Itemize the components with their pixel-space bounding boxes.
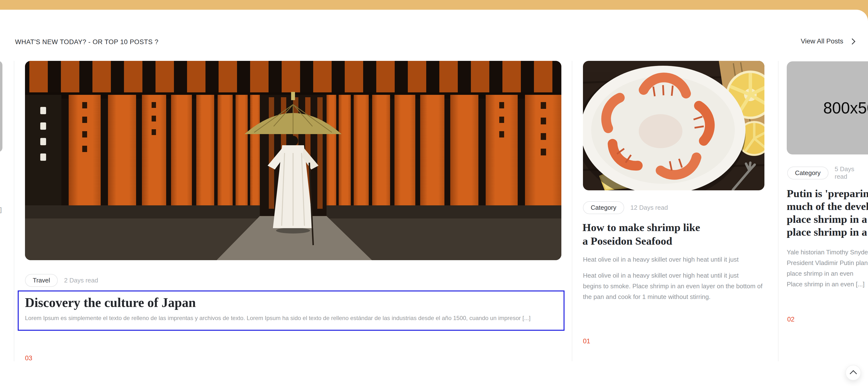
slide-number: 02 [787,316,795,323]
prev-card-image-edge[interactable] [0,61,2,152]
view-all-posts-link[interactable]: View All Posts [801,37,855,45]
focus-outline: Discovery the culture of Japan Lorem Ips… [18,290,564,331]
post-title[interactable]: Putin is 'preparing much of the devel pl… [787,187,868,238]
slide-number: 01 [583,337,590,345]
section-title: WHAT'S NEW TODAY? - OR TOP 10 POSTS ? [15,38,158,46]
read-time: 5 Days read [835,165,868,181]
divider [778,61,778,361]
prev-card-excerpt-fragment: ] [0,206,2,214]
divider [14,61,14,361]
placeholder-size-label: 800x500 [823,99,868,117]
post-excerpt: Heat olive oil in a heavy skillet over h… [583,254,763,302]
divider [572,61,572,361]
post-excerpt: Lorem Ipsum es simplemente el texto de r… [25,315,561,322]
featured-post-image[interactable] [25,61,561,260]
post-image-placeholder[interactable]: 800x500 [787,61,868,155]
category-badge[interactable]: Travel [25,274,58,287]
chevron-right-icon [849,38,855,44]
category-badge[interactable]: Category [583,201,624,214]
post-excerpt: Yale historian Timothy Snyder President … [787,247,868,290]
category-badge[interactable]: Category [787,167,829,180]
view-all-posts-label: View All Posts [801,37,843,45]
read-time: 2 Days read [64,277,98,284]
post-image-shrimp[interactable] [583,61,765,190]
page: WHAT'S NEW TODAY? - OR TOP 10 POSTS ? Vi… [0,0,868,386]
post-title[interactable]: Discovery the culture of Japan [25,295,563,310]
read-time: 12 Days read [630,204,668,212]
scroll-to-top-button[interactable] [845,365,861,380]
chevron-up-icon [849,370,857,377]
slide-number: 03 [25,354,32,362]
post-title[interactable]: How to make shrimp like a Poseidon Seafo… [583,221,700,248]
